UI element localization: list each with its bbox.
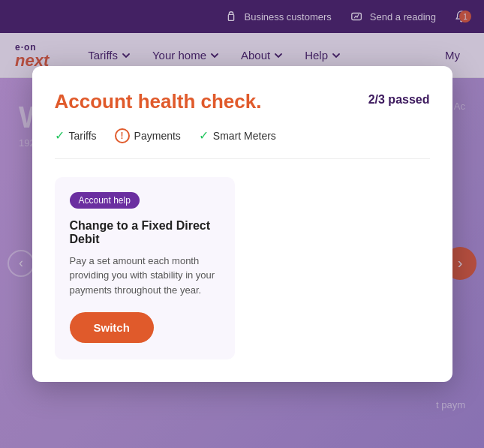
card-badge: Account help <box>70 192 140 209</box>
check-tariffs: ✓ Tariffs <box>55 128 97 143</box>
check-smart-meters: ✓ Smart Meters <box>199 128 276 143</box>
card-title: Change to a Fixed Direct Debit <box>70 219 220 246</box>
modal-checks: ✓ Tariffs ! Payments ✓ Smart Meters <box>55 128 430 159</box>
check-payments-label: Payments <box>134 130 181 142</box>
modal-title: Account health check. <box>55 90 262 113</box>
check-warn-icon: ! <box>115 128 130 143</box>
modal-header: Account health check. 2/3 passed <box>55 90 430 113</box>
check-smart-meters-label: Smart Meters <box>213 130 276 142</box>
check-ok-icon-2: ✓ <box>199 128 209 143</box>
health-check-modal: Account health check. 2/3 passed ✓ Tarif… <box>32 66 452 383</box>
check-tariffs-label: Tariffs <box>69 130 97 142</box>
modal-passed: 2/3 passed <box>368 93 430 107</box>
modal-overlay: Account health check. 2/3 passed ✓ Tarif… <box>0 0 484 448</box>
check-payments: ! Payments <box>115 128 181 143</box>
check-ok-icon: ✓ <box>55 128 65 143</box>
switch-button[interactable]: Switch <box>70 312 154 343</box>
card-description: Pay a set amount each month providing yo… <box>70 254 220 298</box>
action-card: Account help Change to a Fixed Direct De… <box>55 177 235 360</box>
